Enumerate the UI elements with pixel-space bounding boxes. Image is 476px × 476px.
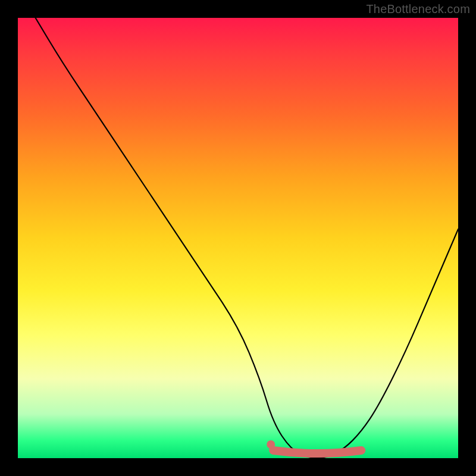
curve-layer bbox=[18, 18, 458, 458]
optimal-range-marker bbox=[273, 450, 361, 453]
bottleneck-curve bbox=[36, 18, 458, 458]
optimal-range-dot bbox=[267, 440, 275, 449]
watermark-text: TheBottleneck.com bbox=[366, 2, 470, 16]
chart-frame: TheBottleneck.com bbox=[0, 0, 476, 476]
plot-area bbox=[18, 18, 458, 458]
